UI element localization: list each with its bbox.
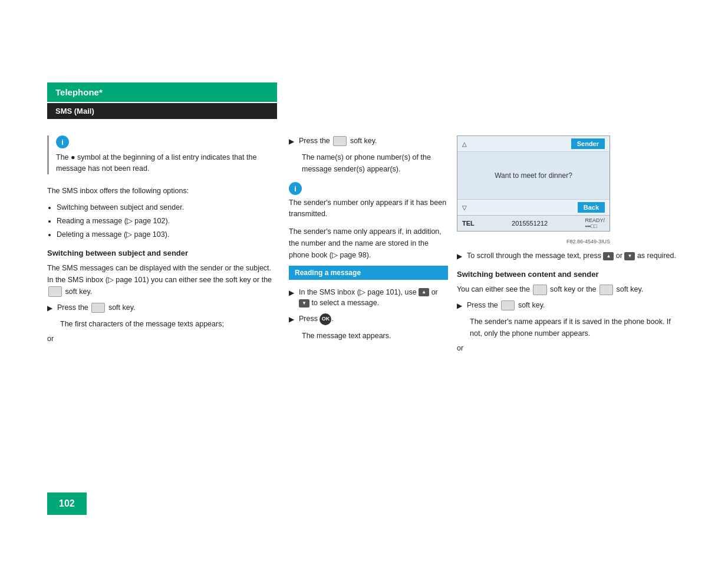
switching-section-right: Switching between content and sender You…: [457, 270, 681, 352]
info-icon-left: i: [56, 135, 69, 148]
bullet-list: Switching between subject and sender. Re…: [57, 201, 277, 240]
info-icon-middle: i: [289, 182, 302, 195]
message-text-appears: The message text appears.: [302, 330, 448, 342]
reading-step2-item: ▶ Press OK.: [289, 313, 448, 325]
page-subtitle: SMS (Mail): [55, 107, 94, 115]
info-text-middle: The sender's number only appears if it h…: [289, 197, 448, 220]
title-bar: Telephone*: [47, 82, 277, 102]
page-number-box: 102: [47, 492, 87, 515]
scroll-item: ▶ To scroll through the message text, pr…: [457, 250, 681, 262]
bullet-item-2: Reading a message (▷ page 102).: [57, 215, 277, 227]
soft-key-inline-5: [599, 285, 613, 295]
first-chars-text: The first characters of the message text…: [60, 318, 277, 330]
soft-key-inline-2: [91, 303, 105, 313]
scroll-text: To scroll through the message text, pres…: [467, 250, 676, 262]
arrow-icon-5: ▶: [457, 251, 462, 262]
arrow-icon-3: ▶: [289, 287, 294, 298]
nav-down-btn[interactable]: ▼: [299, 299, 309, 308]
press-soft-key-item: ▶ Press the soft key.: [47, 302, 277, 313]
sender-result-text: The name(s) or phone number(s) of the me…: [302, 151, 448, 175]
info-box-middle: i The sender's number only appears if it…: [289, 182, 448, 220]
nav-down-btn-2[interactable]: ▼: [624, 252, 635, 260]
phone-screen: △ Sender Want to meet for dinner? ▽ Back…: [457, 135, 610, 232]
subtitle-bar: SMS (Mail): [47, 103, 277, 119]
soft-key-inline-4: [533, 285, 546, 295]
middle-column: ▶ Press the soft key. The name(s) or pho…: [289, 135, 448, 342]
soft-key-inline-3: [333, 136, 347, 146]
press-soft-key-text: Press the soft key.: [57, 302, 136, 313]
reading-header: Reading a message: [289, 266, 448, 280]
phone-top-bar: △ Sender: [457, 136, 610, 152]
page-number: 102: [59, 498, 75, 508]
phone-tel-label: TEL: [462, 220, 475, 227]
switching-heading-left: Switching between subject and sender: [47, 249, 277, 257]
arrow-icon-2: ▶: [289, 136, 294, 147]
arrow-icon-6: ▶: [457, 300, 462, 311]
reading-step2-text: Press OK.: [299, 313, 334, 325]
phone-triangle-up: △: [462, 141, 467, 147]
sender-name-text-middle: The sender's name only appears if, in ad…: [289, 226, 448, 261]
nav-up-btn[interactable]: ▲: [419, 288, 429, 296]
phone-status-bar: TEL 2015551212 READY/▪▪▪□□: [457, 215, 610, 231]
phone-message-text: Want to meet for dinner?: [495, 171, 572, 180]
page-container: Telephone* SMS (Mail) i The ● symbol at …: [0, 0, 728, 562]
reading-step1-item: ▶ In the SMS inbox (▷ page 101), use ▲ o…: [289, 287, 448, 309]
switching-text-left: The SMS messages can be displayed with t…: [47, 262, 277, 297]
phone-signal: READY/▪▪▪□□: [585, 217, 605, 229]
sender-name-text-right: The sender's name appears if it is saved…: [470, 316, 681, 339]
left-column: i The ● symbol at the beginning of a lis…: [47, 135, 277, 346]
soft-key-inline-6: [501, 300, 515, 310]
switching-heading-right: Switching between content and sender: [457, 270, 681, 279]
phone-back-button[interactable]: Back: [578, 202, 605, 213]
or-text-left: or: [47, 335, 277, 343]
arrow-icon-4: ▶: [289, 314, 294, 325]
press-sender-item: ▶ Press the soft key.: [289, 135, 448, 147]
ok-button[interactable]: OK: [319, 313, 331, 325]
info-box-left: i The ● symbol at the beginning of a lis…: [47, 135, 277, 174]
press-soft-key2-text: Press the soft key.: [467, 300, 545, 311]
phone-number: 2015551212: [512, 220, 548, 227]
phone-bottom-bar: ▽ Back: [457, 199, 610, 215]
phone-triangle-down: ▽: [462, 204, 467, 211]
soft-key-inline-1: [48, 286, 62, 297]
reading-step1-text: In the SMS inbox (▷ page 101), use ▲ or …: [299, 287, 448, 309]
arrow-icon-1: ▶: [47, 303, 52, 313]
bullet-item-3: Deleting a message (▷ page 103).: [57, 229, 277, 240]
press-soft-key2-item: ▶ Press the soft key.: [457, 300, 681, 311]
or-text-right: or: [457, 344, 681, 352]
phone-content-area: Want to meet for dinner?: [457, 152, 610, 199]
page-title: Telephone*: [55, 87, 103, 97]
switching-text-right: You can either see the soft key or the s…: [457, 283, 681, 295]
press-sender-text: Press the soft key.: [299, 135, 377, 147]
right-column: △ Sender Want to meet for dinner? ▽ Back…: [457, 135, 681, 356]
bullet-item-1: Switching between subject and sender.: [57, 201, 277, 213]
info-text-left: The ● symbol at the beginning of a list …: [56, 152, 277, 174]
intro-text: The SMS inbox offers the following optio…: [47, 185, 277, 197]
phone-sender-button[interactable]: Sender: [571, 138, 605, 149]
phone-caption: F82.86-4549-3IUS: [457, 239, 610, 244]
header-section: Telephone* SMS (Mail): [47, 82, 277, 131]
nav-up-btn-2[interactable]: ▲: [603, 252, 614, 260]
